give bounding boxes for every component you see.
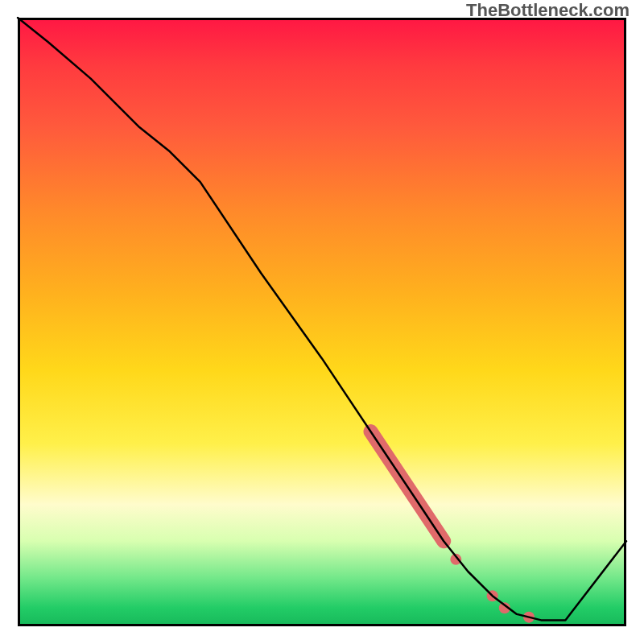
- highlight-group: [370, 431, 535, 623]
- chart-stage: TheBottleneck.com: [0, 0, 644, 644]
- watermark-text: TheBottleneck.com: [466, 0, 630, 21]
- curve-path: [18, 18, 626, 620]
- chart-overlay: [18, 18, 626, 626]
